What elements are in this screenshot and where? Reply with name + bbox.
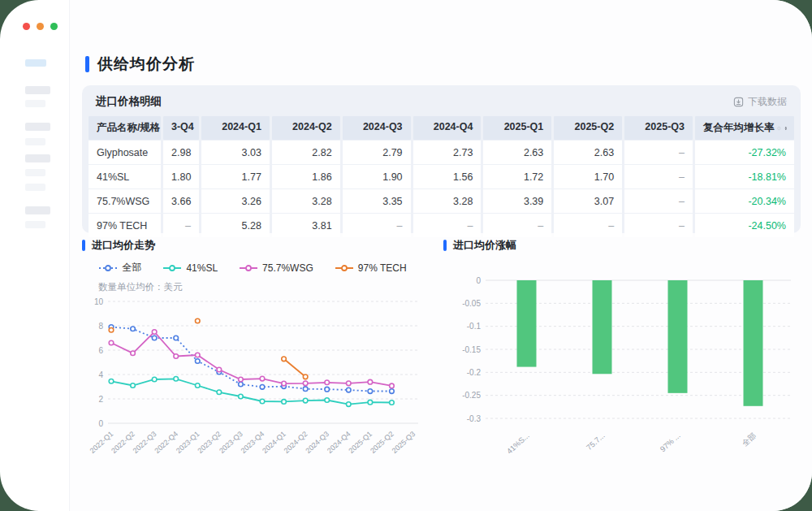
value-cell: – [163, 214, 199, 237]
column-header: 2024-Q1 [201, 116, 270, 140]
page-title: 供给均价分析 [97, 54, 195, 75]
column-header: 2024-Q2 [272, 116, 340, 140]
legend-item[interactable]: 75.7%WSG [239, 261, 313, 275]
svg-text:-0.1: -0.1 [467, 322, 482, 331]
svg-text:-0.3: -0.3 [467, 414, 482, 423]
value-cell: 1.72 [483, 165, 551, 188]
cagr-cell: -18.81% [695, 165, 794, 188]
download-label: 下载数据 [748, 95, 787, 109]
value-cell: – [624, 189, 693, 213]
svg-text:6: 6 [98, 346, 103, 355]
table-row[interactable]: 41%SL1.801.771.861.901.561.721.70–-18.81… [89, 165, 794, 188]
info-icon[interactable] [777, 123, 781, 133]
value-cell: 2.73 [413, 141, 482, 164]
value-cell: 3.03 [201, 141, 270, 164]
sidebar-skeleton-item[interactable] [25, 123, 50, 131]
column-header[interactable]: 复合年均增长率 [695, 116, 794, 140]
sidebar-skeleton-item[interactable] [25, 169, 45, 176]
table-row[interactable]: 75.7%WSG3.663.263.283.353.283.393.07–-20… [89, 189, 794, 213]
bar-chart[interactable]: 0-0.05-0.1-0.15-0.2-0.25-0.341%S...75.7.… [443, 262, 801, 475]
legend-label: 全部 [122, 261, 141, 275]
bar-chart-title: 进口均价涨幅 [453, 238, 516, 253]
app-window: 供给均价分析 进口价格明细 下载数据 产品名称/规格3-Q42024-Q1202… [0, 0, 812, 511]
price-detail-card: 进口价格明细 下载数据 产品名称/规格3-Q42024-Q12024-Q2202… [82, 85, 801, 233]
line-chart-title: 进口均价走势 [92, 238, 155, 253]
svg-text:-0.2: -0.2 [467, 368, 482, 377]
column-header: 2024-Q4 [413, 116, 482, 140]
maximize-window-button[interactable] [50, 23, 58, 30]
close-window-button[interactable] [23, 23, 30, 30]
svg-text:全部: 全部 [740, 431, 757, 448]
unit-label: 数量单位均价：美元 [98, 281, 423, 293]
column-header: 2025-Q3 [624, 116, 693, 140]
value-cell: 3.28 [413, 189, 482, 213]
value-cell: 2.82 [272, 141, 340, 164]
legend-item[interactable]: 97% TECH [335, 261, 407, 275]
sidebar-skeleton-item[interactable] [25, 86, 50, 94]
sort-icon[interactable] [784, 123, 788, 133]
column-header: 2025-Q2 [554, 116, 622, 140]
title-accent-bar [85, 56, 89, 72]
legend-marker-icon [98, 264, 118, 272]
value-cell: – [413, 214, 482, 237]
sidebar-skeleton-item[interactable] [25, 184, 45, 191]
value-cell: 2.98 [163, 141, 199, 164]
product-name-cell: 75.7%WSG [89, 189, 161, 213]
table-title: 进口价格明细 [96, 94, 162, 109]
sidebar-skeleton-item[interactable] [25, 154, 50, 162]
legend-label: 41%SL [186, 262, 218, 274]
line-chart-legend: 全部41%SL75.7%WSG97% TECH [82, 261, 423, 275]
sidebar-skeleton-item[interactable] [25, 100, 45, 107]
cagr-cell: -20.34% [695, 189, 794, 213]
svg-text:41%S...: 41%S... [505, 431, 531, 455]
svg-text:10: 10 [94, 297, 104, 306]
value-cell: – [624, 165, 693, 188]
svg-text:2: 2 [98, 395, 103, 404]
line-chart[interactable]: 02468102022-Q12022-Q22022-Q32022-Q42023-… [82, 293, 423, 474]
product-name-cell: 41%SL [89, 165, 161, 188]
legend-label: 75.7%WSG [262, 262, 313, 274]
value-cell: 1.56 [413, 165, 482, 188]
page-title-row: 供给均价分析 [85, 54, 195, 75]
legend-marker-icon [162, 264, 182, 272]
minimize-window-button[interactable] [37, 23, 44, 30]
table-header-row: 产品名称/规格3-Q42024-Q12024-Q22024-Q32024-Q42… [89, 116, 794, 140]
download-data-button[interactable]: 下载数据 [733, 95, 787, 109]
value-cell: 1.90 [343, 165, 411, 188]
column-header: 3-Q4 [163, 116, 199, 140]
sidebar-skeleton-item[interactable] [25, 206, 50, 214]
value-cell: 1.70 [554, 165, 622, 188]
value-cell: 3.39 [483, 189, 551, 213]
sidebar-skeleton-item[interactable] [25, 59, 46, 67]
legend-marker-icon [335, 264, 354, 272]
svg-text:2025-Q3: 2025-Q3 [391, 430, 417, 455]
table-body: Glyphosate2.983.032.822.792.732.632.63–-… [89, 141, 794, 237]
value-cell: 3.28 [272, 189, 340, 213]
svg-text:0: 0 [98, 419, 103, 428]
value-cell: – [343, 214, 411, 237]
column-header: 2024-Q3 [343, 116, 411, 140]
table-row[interactable]: 97% TECH–5.283.81–––––-24.50% [89, 214, 794, 237]
legend-label: 97% TECH [358, 262, 407, 274]
value-cell: – [483, 214, 551, 237]
sidebar-skeleton-item[interactable] [25, 221, 45, 228]
svg-text:-0.25: -0.25 [462, 391, 481, 400]
svg-text:0: 0 [476, 276, 481, 285]
svg-text:4: 4 [98, 370, 103, 379]
sidebar-skeleton-item[interactable] [25, 138, 45, 145]
value-cell: 3.81 [272, 214, 340, 237]
value-cell: 5.28 [201, 214, 270, 237]
value-cell: – [624, 141, 693, 164]
table-row[interactable]: Glyphosate2.983.032.822.792.732.632.63–-… [89, 141, 794, 164]
svg-text:-0.15: -0.15 [462, 345, 481, 354]
legend-item[interactable]: 全部 [98, 261, 141, 275]
legend-marker-icon [239, 264, 258, 272]
column-header: 产品名称/规格 [89, 116, 161, 140]
cagr-cell: -27.32% [695, 141, 794, 164]
svg-text:8: 8 [98, 322, 103, 331]
section-accent-bar [443, 240, 447, 251]
legend-item[interactable]: 41%SL [162, 261, 218, 275]
value-cell: 3.26 [201, 189, 270, 213]
download-icon [733, 97, 744, 107]
value-cell: – [624, 214, 693, 237]
